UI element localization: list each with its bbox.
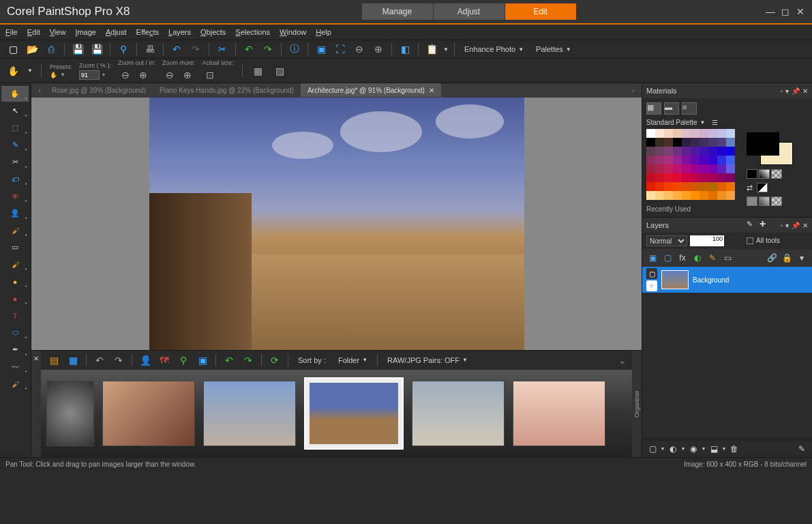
redo-icon[interactable]: ↷ [188,42,203,57]
color-swatch[interactable] [646,164,655,173]
thumb-architecture[interactable] [304,377,404,450]
color-swatch[interactable] [708,164,717,173]
dropper-icon[interactable]: ✎ [747,220,753,229]
alltools-checkbox[interactable] [747,237,753,244]
color-swatch[interactable] [682,156,691,164]
panel-pin-icon[interactable]: 📌 [792,87,800,95]
clone-tool[interactable]: 🖌▸ [1,222,29,238]
zoom-more-in-btn[interactable]: ⊕ [180,68,195,83]
color-swatch[interactable] [646,129,655,138]
adjustment-caret[interactable]: ▾ [682,446,685,452]
style-grad[interactable] [759,169,770,179]
color-swatch[interactable] [673,173,682,182]
open-icon[interactable]: 📂 [25,42,40,57]
blend-mode-select[interactable]: Normal [646,235,687,246]
color-swatch[interactable] [664,191,673,200]
mask-caret[interactable]: ▾ [702,446,705,452]
color-swatch[interactable] [708,156,717,164]
panel-close-icon[interactable]: ✕ [802,87,808,95]
paste-icon[interactable]: 📋 [424,42,439,57]
menu-window[interactable]: Window [280,28,306,36]
color-swatch[interactable] [708,129,717,138]
org-undo-icon[interactable]: ↶ [222,353,237,368]
menu-objects[interactable]: Objects [200,28,226,36]
layer-clear-icon[interactable]: ▭ [721,252,734,264]
organizer-collapse-icon[interactable]: ⌄ [618,355,627,366]
enhance-photo-button[interactable]: Enhance Photo▼ [460,45,528,53]
actual-size-btn[interactable]: ⊡ [202,68,217,83]
preset-hand-icon[interactable]: ✋ [50,72,57,78]
zoom-out-btn[interactable]: ⊖ [118,68,133,83]
org-view1-icon[interactable]: ▤ [46,353,61,368]
cut-icon[interactable]: ✂ [215,42,230,57]
add-icon[interactable]: ✚ [760,220,766,229]
redo-step-icon[interactable]: ↷ [260,42,275,57]
bw-reset[interactable] [757,183,768,192]
minimize-icon[interactable]: — [766,7,775,16]
opacity-input[interactable]: 100 [690,235,724,246]
org-redo-icon[interactable]: ↷ [241,353,256,368]
thumb-arc[interactable] [203,381,296,446]
thumb-eagle[interactable] [46,381,94,446]
paint-tool[interactable]: 🖌▸ [1,257,29,272]
foreground-color[interactable] [747,132,779,156]
style2-solid[interactable] [747,196,757,206]
rawpairs-button[interactable]: RAW/JPG Pairs: OFF▼ [383,356,472,364]
save-icon[interactable]: 💾 [70,42,85,57]
pan-tool-icon[interactable]: ✋ [5,63,20,78]
pick-tool[interactable]: ↖▸ [1,103,29,119]
color-swatch[interactable] [691,138,700,147]
zoom-more-out-btn[interactable]: ⊖ [162,68,177,83]
close-icon[interactable]: ✕ [796,7,805,16]
layer-type-icon[interactable]: ▢ [646,268,657,279]
preset-caret[interactable]: ▼ [60,72,65,78]
org-map-icon[interactable]: 🗺 [157,353,172,368]
color-swatch[interactable] [682,191,691,200]
color-swatch[interactable] [682,147,691,156]
makeover-tool[interactable]: 👤▸ [1,205,29,221]
lighten-tool[interactable]: ●▸ [1,274,29,289]
grid-icon[interactable]: ▦ [251,63,266,78]
new-layer-icon[interactable]: ▢ [646,443,659,455]
thumb-baby[interactable] [513,381,605,446]
org-rotate-right-icon[interactable]: ↷ [111,353,126,368]
menu-effects[interactable]: Effects [136,28,159,36]
color-swatch[interactable] [691,173,700,182]
zoom-input[interactable] [79,70,100,80]
undo-step-icon[interactable]: ↶ [241,42,256,57]
color-swatch[interactable] [717,156,726,164]
expand-icon[interactable]: ▨ [273,63,288,78]
color-swatch[interactable] [655,156,664,164]
color-swatch[interactable] [717,191,726,200]
color-swatch[interactable] [655,138,664,147]
color-swatch[interactable] [673,156,682,164]
color-swatch[interactable] [717,138,726,147]
org-people-icon[interactable]: 👤 [138,353,153,368]
color-swatch[interactable] [717,129,726,138]
thumbnail-strip[interactable] [41,370,632,457]
thumb-girl[interactable] [102,381,195,446]
layer-mask-icon[interactable]: ◐ [691,252,704,264]
color-swatch[interactable] [726,182,735,191]
color-swatch[interactable] [726,156,735,164]
color-swatch[interactable] [664,138,673,147]
color-swatch[interactable] [646,182,655,191]
palette-selector[interactable]: Standard Palette▼ ☰ [646,119,808,126]
style2-pattern[interactable] [771,196,782,206]
shape-tool[interactable]: ▭ [1,239,29,255]
saveas-icon[interactable]: 💾 [89,42,104,57]
color-swatch[interactable] [700,164,708,173]
materials-tab-swatches[interactable]: ▦ [646,102,661,115]
pan-dropdown[interactable]: ▼ [27,68,33,74]
color-swatch[interactable] [664,182,673,191]
color-swatch[interactable] [700,156,708,164]
org-view2-icon[interactable]: ▦ [65,353,80,368]
color-swatch[interactable] [655,173,664,182]
share-icon[interactable]: ⚲ [116,42,131,57]
color-swatch[interactable] [726,191,735,200]
paste-dropdown-caret[interactable]: ▼ [443,46,449,53]
crop-tool[interactable]: ✂▸ [1,154,29,170]
color-swatch[interactable] [708,191,717,200]
color-swatch[interactable] [682,164,691,173]
maximize-icon[interactable]: ◻ [781,7,790,16]
